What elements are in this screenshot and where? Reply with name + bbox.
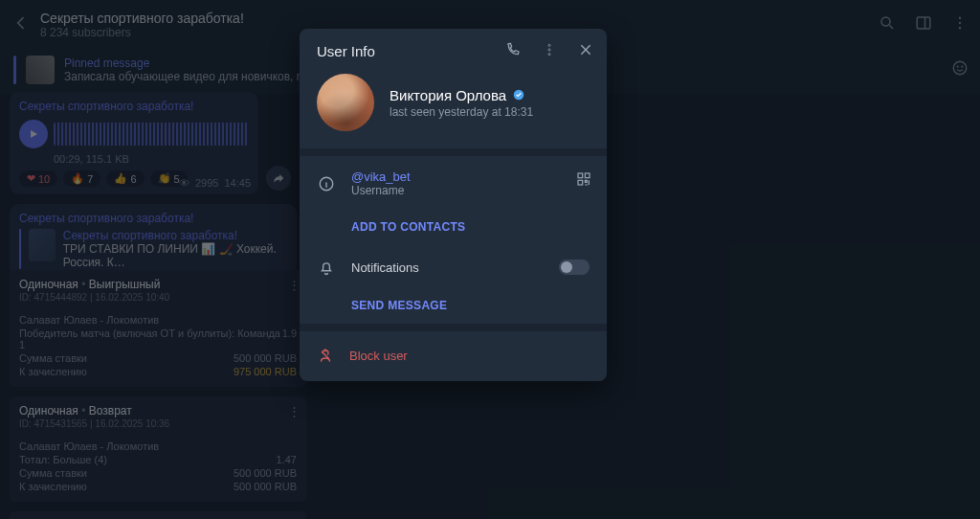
svg-rect-15 xyxy=(578,180,583,185)
profile-name: Виктория Орлова xyxy=(390,87,533,103)
svg-point-8 xyxy=(548,44,550,46)
block-user-button[interactable]: Block user xyxy=(300,331,607,381)
svg-point-10 xyxy=(548,54,550,56)
close-icon[interactable] xyxy=(578,42,593,60)
svg-rect-14 xyxy=(585,173,590,178)
modal-title: User Info xyxy=(317,43,375,59)
send-message-button[interactable]: SEND MESSAGE xyxy=(300,289,607,324)
qr-icon[interactable] xyxy=(576,171,591,190)
avatar[interactable] xyxy=(317,74,374,131)
add-to-contacts-button[interactable]: ADD TO CONTACTS xyxy=(300,211,607,245)
notifications-toggle[interactable] xyxy=(559,260,590,275)
username-label: Username xyxy=(351,184,411,197)
section-separator xyxy=(300,148,607,156)
bell-icon xyxy=(317,259,336,276)
info-icon xyxy=(317,175,336,192)
verified-icon xyxy=(512,88,525,102)
svg-rect-13 xyxy=(578,173,583,178)
modal-more-icon[interactable] xyxy=(542,42,557,60)
username-row[interactable]: @vika_bet Username xyxy=(300,156,607,211)
username-value: @vika_bet xyxy=(351,169,411,184)
svg-point-9 xyxy=(548,49,550,51)
call-icon[interactable] xyxy=(505,42,521,60)
last-seen: last seen yesterday at 18:31 xyxy=(390,105,533,119)
notifications-row[interactable]: Notifications xyxy=(300,245,607,289)
section-separator xyxy=(300,324,607,331)
user-info-modal: User Info Виктория Орлова last seen yest… xyxy=(300,29,607,381)
notifications-label: Notifications xyxy=(351,260,419,275)
